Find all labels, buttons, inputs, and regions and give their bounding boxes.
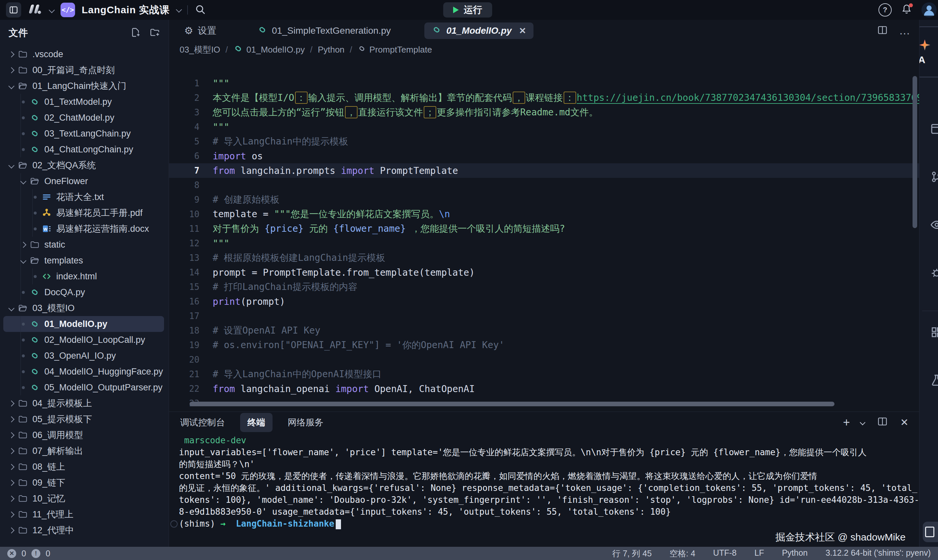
errors-icon[interactable]: ✕ [7,549,16,558]
status-item[interactable]: LF [755,548,764,559]
new-folder-button[interactable] [149,27,160,39]
run-button[interactable]: 运行 [443,2,492,17]
code-line[interactable]: 4""" [169,120,919,134]
code-line[interactable]: 8 [169,178,919,192]
code-line[interactable]: 17 [169,309,919,323]
code-line[interactable]: 12""" [169,236,919,251]
tree-item[interactable]: 12_代理中 [3,522,164,538]
tree-item[interactable]: 04_提示模板上 [3,395,164,411]
editor-tab[interactable]: 01_SimpleTextGeneration.py [250,23,398,39]
help-button[interactable]: ? [878,3,892,17]
tree-item[interactable]: .vscode [3,46,164,62]
status-item[interactable]: 行 7, 列 45 [612,548,652,559]
tree-item[interactable]: 04_ModelIO_HuggingFace.py [3,364,164,380]
errors-count[interactable]: 0 [22,549,26,558]
code-line[interactable]: 19# os.environ["OPENAI_API_KEY"] = '你的Op… [169,338,919,352]
extensions-icon[interactable] [930,326,938,339]
code-line[interactable]: 1""" [169,76,919,91]
status-item[interactable]: UTF-8 [713,548,736,559]
tree-item[interactable]: 03_TextLangChain.py [3,126,164,142]
code-line[interactable]: 7from langchain.prompts import PromptTem… [169,163,919,178]
warnings-icon[interactable]: ! [31,549,40,558]
code-line[interactable]: 2本文件是【模型I/O：输入提示、调用模型、解析输出】章节的配套代码，课程链接：… [169,91,919,105]
code-line[interactable]: 22from langchain_openai import OpenAI, C… [169,382,919,396]
tree-item[interactable]: 03_OpenAI_IO.py [3,348,164,364]
code-line[interactable]: 16print(prompt) [169,294,919,309]
sidebar-toggle-button[interactable] [6,2,21,17]
code-line[interactable]: 15# 打印LangChain提示模板的内容 [169,280,919,294]
editor-tab[interactable]: 01_ModelIO.py✕ [424,23,533,39]
notifications-button[interactable] [901,4,912,16]
tree-item[interactable]: 01_ModelIO.py [3,316,164,332]
status-item[interactable]: Python [782,548,808,559]
breadcrumb-segment[interactable]: PromptTemplate [357,44,432,55]
panel-tab[interactable]: 调试控制台 [180,413,226,432]
source-control-icon[interactable] [930,170,938,183]
tree-item[interactable]: 02_ModelIO_LoopCall.py [3,332,164,348]
tree-item[interactable]: 02_ChatModel.py [3,110,164,126]
tree-item[interactable]: DocQA.py [3,284,164,300]
new-terminal-icon[interactable]: + [843,417,850,428]
new-file-button[interactable] [130,27,141,39]
terminal-output[interactable]: marscode-devinput_variables=['flower_nam… [169,433,919,547]
tree-item[interactable]: 10_记忆 [3,491,164,506]
code-line[interactable]: 10template = """您是一位专业的鲜花店文案撰写员。\n [169,207,919,222]
tree-item[interactable]: 09_链下 [3,475,164,491]
more-actions-icon[interactable]: … [899,28,911,33]
code-line[interactable]: 18# 设置OpenAI API Key [169,323,919,338]
tree-item[interactable]: 04_ChatLongChain.py [3,142,164,157]
preview-icon[interactable] [930,122,938,135]
code-line[interactable]: 6import os [169,149,919,163]
tree-item[interactable]: W易速鲜花运营指南.docx [3,221,164,237]
project-chevron-down-icon[interactable] [176,6,182,12]
scroll-to-bottom-button[interactable] [923,522,938,542]
tree-item[interactable]: 07_解析输出 [3,443,164,459]
search-button[interactable] [194,4,206,16]
status-item[interactable]: 3.12.2 64-bit ('shims': pyenv) [826,548,931,559]
editor-horizontal-scrollbar[interactable] [189,402,835,406]
user-avatar[interactable] [921,2,936,17]
tree-item[interactable]: 00_开篇词_奇点时刻 [3,62,164,78]
split-editor-icon[interactable] [877,25,888,37]
close-icon[interactable]: ✕ [519,26,526,36]
project-title[interactable]: LangChain 实战课 [82,3,170,17]
code-line[interactable]: 5# 导入LangChain中的提示模板 [169,134,919,149]
tree-item[interactable]: OneFlower [3,173,164,189]
split-panel-icon[interactable] [877,416,888,429]
tree-item[interactable]: index.html [3,268,164,284]
ai-assistant-button[interactable]: A [919,26,938,77]
tree-item[interactable]: static [3,237,164,252]
breadcrumb-segment[interactable]: Python [318,45,345,55]
status-item[interactable]: 空格: 4 [669,548,695,559]
terminal-prompt[interactable]: (shims) → LangChain-shizhanke [179,518,919,529]
tree-item[interactable]: 01_TextModel.py [3,94,164,110]
editor-vertical-scrollbar[interactable] [913,76,917,228]
code-editor[interactable]: 1"""2本文件是【模型I/O：输入提示、调用模型、解析输出】章节的配套代码，课… [169,57,919,412]
tree-item[interactable]: 05_ModelIO_OutputParser.py [3,380,164,395]
editor-tab[interactable]: ⚙设置 [177,23,223,39]
tree-item[interactable]: 花语大全.txt [3,189,164,205]
marscode-logo[interactable] [28,3,43,17]
warnings-count[interactable]: 0 [46,549,50,558]
eye-icon[interactable] [930,218,938,231]
flask-icon[interactable] [930,374,938,387]
code-line[interactable]: 20 [169,352,919,367]
tree-item[interactable]: 03_模型IO [3,300,164,316]
terminal-dropdown-icon[interactable] [859,420,865,425]
panel-tab[interactable]: 网络服务 [287,413,324,432]
code-line[interactable]: 9# 创建原始模板 [169,192,919,207]
tree-item[interactable]: 11_代理上 [3,506,164,522]
breadcrumb-segment[interactable]: 03_模型IO [180,44,220,55]
tree-item[interactable]: 06_调用模型 [3,427,164,443]
bug-icon[interactable] [930,266,938,279]
panel-tab[interactable]: 终端 [240,413,273,432]
breadcrumb[interactable]: 03_模型IO/01_ModelIO.py/Python/PromptTempl… [169,42,919,57]
tree-item[interactable]: 02_文档QA系统 [3,157,164,173]
breadcrumb-segment[interactable]: 01_ModelIO.py [233,44,305,56]
tree-item[interactable]: 易速鲜花员工手册.pdf [3,205,164,221]
tree-item[interactable]: 01_LangChain快速入门 [3,78,164,94]
code-line[interactable]: 21# 导入LangChain中的OpenAI模型接口 [169,367,919,382]
code-line[interactable]: 3您可以点击最上方的“运行”按钮，直接运行该文件；更多操作指引请参考Readme… [169,105,919,120]
tree-item[interactable]: 08_链上 [3,459,164,475]
tree-item[interactable]: 05_提示模板下 [3,411,164,427]
